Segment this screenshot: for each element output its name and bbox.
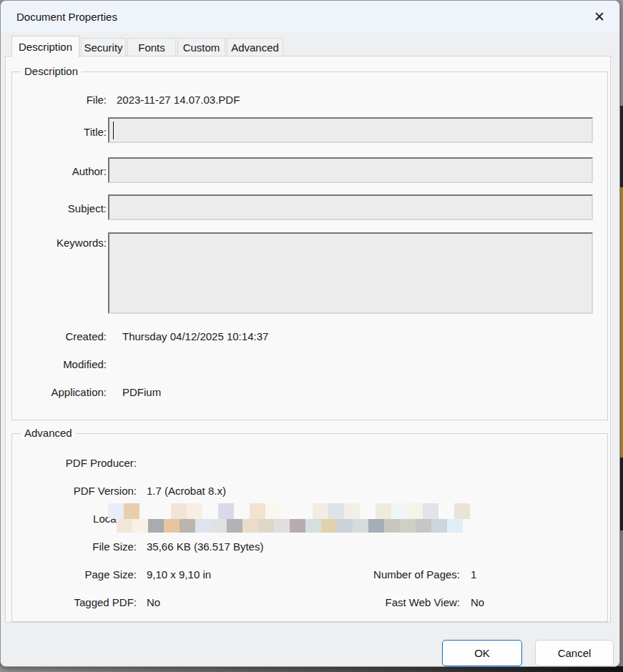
modified-label: Modified: — [12, 357, 107, 372]
tagged-pdf-row: Tagged PDF: No Fast Web View: No — [12, 595, 607, 611]
titlebar[interactable]: Document Properties ✕ — [1, 1, 619, 32]
fast-web-view-value: No — [471, 595, 484, 611]
page-size-value: 9,10 x 9,10 in — [147, 567, 211, 583]
tagged-pdf-label: Tagged PDF: — [12, 595, 137, 611]
pdf-version-row: PDF Version: 1.7 (Acrobat 8.x) — [12, 483, 607, 499]
text-caret — [113, 122, 114, 139]
close-button[interactable]: ✕ — [588, 6, 611, 27]
tab-fonts[interactable]: Fonts — [127, 38, 176, 56]
close-icon: ✕ — [594, 9, 605, 25]
dialog-title: Document Properties — [16, 11, 117, 23]
author-label: Author: — [12, 164, 107, 179]
page-size-row: Page Size: 9,10 x 9,10 in Number of Page… — [12, 567, 607, 583]
document-properties-dialog: Document Properties ✕ Description Securi… — [0, 0, 620, 667]
tab-security[interactable]: Security — [81, 38, 126, 56]
file-size-label: File Size: — [12, 539, 137, 555]
pdf-producer-row: PDF Producer: — [12, 455, 607, 471]
author-input[interactable] — [108, 157, 593, 183]
title-label: Title: — [12, 124, 107, 140]
title-input[interactable] — [108, 117, 593, 143]
tab-description[interactable]: Description — [11, 36, 79, 57]
location-redacted-pixels-top — [108, 503, 470, 519]
fast-web-view-label: Fast Web View: — [298, 595, 460, 611]
tab-custom[interactable]: Custom — [177, 38, 225, 56]
pdf-producer-label: PDF Producer: — [12, 455, 137, 471]
tagged-pdf-value: No — [147, 595, 160, 611]
keywords-input[interactable] — [108, 232, 593, 314]
file-size-row: File Size: 35,66 KB (36.517 Bytes) — [12, 539, 607, 555]
background-bottom-strip — [0, 666, 623, 672]
page-size-label: Page Size: — [12, 567, 137, 583]
file-row: File: 2023-11-27 14.07.03.PDF — [12, 92, 607, 108]
number-of-pages-label: Number of Pages: — [298, 567, 460, 583]
tab-bar: Description Security Fonts Custom Advanc… — [11, 38, 283, 56]
file-label: File: — [12, 92, 107, 108]
created-row: Created: Thursday 04/12/2025 10:14:37 — [12, 329, 607, 345]
modified-row: Modified: — [12, 357, 607, 372]
tab-page-description: Description File: 2023-11-27 14.07.03.PD… — [5, 56, 611, 623]
file-value: 2023-11-27 14.07.03.PDF — [117, 92, 240, 108]
application-row: Application: PDFium — [12, 385, 607, 400]
description-group: Description File: 2023-11-27 14.07.03.PD… — [11, 71, 608, 420]
tab-advanced[interactable]: Advanced — [227, 38, 283, 56]
advanced-group-legend: Advanced — [21, 427, 76, 439]
pdf-version-value: 1.7 (Acrobat 8.x) — [147, 483, 226, 499]
advanced-group: Advanced PDF Producer: PDF Version: 1.7 … — [11, 433, 608, 622]
location-redacted-pixels-bottom — [117, 519, 463, 533]
subject-label: Subject: — [12, 201, 107, 217]
file-size-value: 35,66 KB (36.517 Bytes) — [147, 539, 263, 555]
keywords-label: Keywords: — [12, 235, 107, 251]
application-label: Application: — [12, 385, 107, 400]
description-group-legend: Description — [21, 65, 82, 77]
ok-button[interactable]: OK — [442, 640, 522, 666]
number-of-pages-value: 1 — [471, 567, 476, 583]
subject-input[interactable] — [108, 194, 593, 220]
created-value: Thursday 04/12/2025 10:14:37 — [122, 329, 268, 345]
cancel-button[interactable]: Cancel — [535, 640, 614, 666]
application-value: PDFium — [122, 385, 161, 400]
created-label: Created: — [12, 329, 107, 345]
pdf-version-label: PDF Version: — [12, 483, 137, 499]
